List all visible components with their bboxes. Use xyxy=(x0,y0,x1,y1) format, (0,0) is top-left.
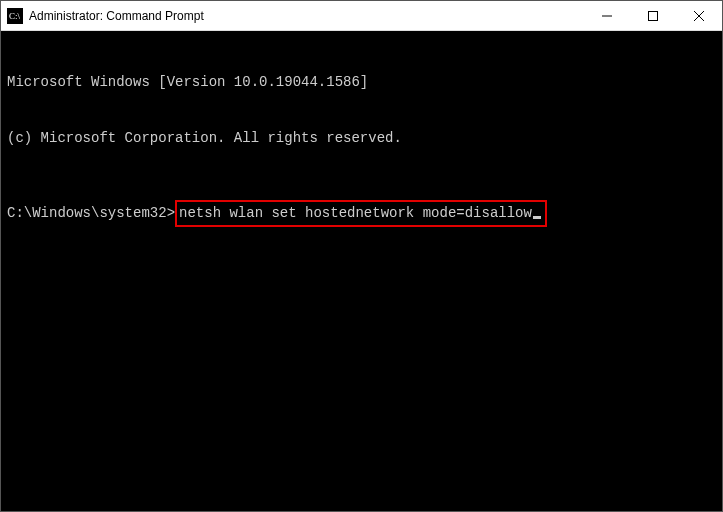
minimize-button[interactable] xyxy=(584,1,630,30)
maximize-button[interactable] xyxy=(630,1,676,30)
banner-line: Microsoft Windows [Version 10.0.19044.15… xyxy=(7,73,716,92)
typed-command: netsh wlan set hostednetwork mode=disall… xyxy=(179,205,532,221)
titlebar[interactable]: C:\ Administrator: Command Prompt xyxy=(1,1,722,31)
text-cursor xyxy=(533,216,541,219)
svg-rect-3 xyxy=(649,11,658,20)
terminal-area[interactable]: Microsoft Windows [Version 10.0.19044.15… xyxy=(1,31,722,511)
window-controls xyxy=(584,1,722,30)
prompt-path: C:\Windows\system32> xyxy=(7,204,175,223)
svg-text:C:\: C:\ xyxy=(9,11,21,21)
window-title: Administrator: Command Prompt xyxy=(29,9,584,23)
close-button[interactable] xyxy=(676,1,722,30)
command-highlight-box: netsh wlan set hostednetwork mode=disall… xyxy=(175,200,547,227)
prompt-line: C:\Windows\system32>netsh wlan set hoste… xyxy=(7,200,716,227)
cmd-icon: C:\ xyxy=(7,8,23,24)
copyright-line: (c) Microsoft Corporation. All rights re… xyxy=(7,129,716,148)
